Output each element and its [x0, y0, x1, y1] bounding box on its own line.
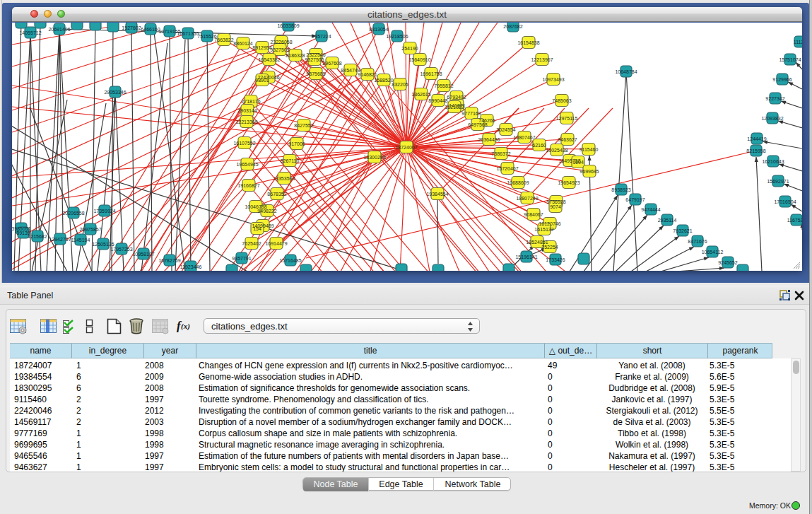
svg-text:14055712: 14055712	[19, 30, 41, 35]
svg-text:1733426: 1733426	[546, 257, 565, 262]
svg-text:7485063: 7485063	[552, 98, 571, 103]
svg-text:6793402: 6793402	[447, 95, 466, 100]
svg-text:7386372: 7386372	[491, 151, 510, 156]
svg-text:9474444: 9474444	[641, 207, 660, 212]
svg-text:154: 154	[253, 226, 261, 231]
svg-text:252254: 252254	[541, 245, 558, 250]
svg-text:9115460: 9115460	[579, 147, 599, 152]
svg-text:20206558: 20206558	[62, 211, 84, 216]
svg-text:6479197: 6479197	[625, 197, 645, 202]
svg-text:8860124: 8860124	[233, 41, 252, 46]
svg-text:8912954: 8912954	[252, 45, 271, 50]
svg-text:19166827: 19166827	[237, 183, 259, 188]
svg-text:20691406: 20691406	[48, 27, 70, 32]
svg-text:2718176: 2718176	[241, 99, 260, 104]
svg-text:9498222: 9498222	[257, 209, 276, 214]
svg-text:9245652: 9245652	[718, 260, 737, 265]
svg-text:19218506: 19218506	[386, 34, 408, 39]
svg-text:2967608: 2967608	[322, 61, 341, 66]
svg-text:9084067: 9084067	[524, 212, 543, 217]
svg-text:8215958: 8215958	[746, 148, 765, 153]
svg-text:2087682: 2087682	[503, 24, 522, 29]
svg-text:10648784: 10648784	[615, 69, 637, 74]
svg-text:254190: 254190	[401, 46, 418, 51]
svg-text:9129966: 9129966	[772, 77, 792, 82]
svg-text:12942757: 12942757	[49, 237, 71, 242]
svg-text:8186328: 8186328	[286, 53, 305, 58]
svg-text:8471676: 8471676	[688, 239, 707, 244]
svg-text:12093832: 12093832	[761, 116, 783, 121]
svg-text:9756928: 9756928	[546, 199, 565, 204]
svg-text:16782759: 16782759	[158, 258, 180, 263]
svg-text:62160: 62160	[532, 143, 546, 148]
svg-text:15716485: 15716485	[279, 258, 301, 263]
svg-text:16033809: 16033809	[277, 23, 299, 28]
svg-text:1615132: 1615132	[534, 227, 553, 232]
svg-text:9875685: 9875685	[306, 71, 325, 76]
svg-text:1527602: 1527602	[122, 25, 141, 30]
svg-text:15640910: 15640910	[408, 57, 430, 62]
svg-text:10654112: 10654112	[702, 250, 724, 255]
svg-text:15692971: 15692971	[767, 179, 789, 184]
svg-text:16961758: 16961758	[420, 71, 442, 76]
svg-text:6466160: 6466160	[141, 27, 160, 32]
svg-text:832205: 832205	[392, 82, 408, 87]
svg-text:16210643: 16210643	[762, 159, 784, 164]
svg-text:9857791: 9857791	[232, 256, 251, 261]
svg-text:7955812: 7955812	[434, 83, 453, 88]
svg-text:15751074: 15751074	[779, 57, 801, 62]
svg-text:1215682: 1215682	[28, 234, 47, 239]
svg-text:18524851: 18524851	[526, 240, 548, 245]
svg-text:9327503: 9327503	[270, 47, 289, 52]
svg-text:11353594: 11353594	[273, 176, 295, 181]
svg-text:8813054: 8813054	[369, 27, 388, 32]
svg-text:11923446: 11923446	[180, 264, 202, 269]
svg-text:29053346: 29053346	[104, 90, 126, 95]
svg-text:10973493: 10973493	[542, 77, 564, 82]
svg-text:16154838: 16154838	[517, 40, 539, 45]
svg-text:2935114: 2935114	[658, 218, 677, 223]
svg-text:8938923: 8938923	[611, 187, 630, 192]
svg-text:1588520: 1588520	[374, 78, 393, 83]
svg-text:12213369: 12213369	[235, 119, 257, 124]
svg-text:8427552: 8427552	[294, 123, 313, 128]
svg-text:1145194: 1145194	[71, 238, 90, 243]
svg-text:6497568: 6497568	[468, 122, 487, 127]
svg-text:9327505: 9327505	[305, 57, 324, 62]
svg-text:16671355: 16671355	[177, 31, 199, 36]
svg-text:18724007: 18724007	[395, 145, 417, 150]
svg-text:12213967: 12213967	[531, 57, 553, 62]
svg-text:7632621: 7632621	[673, 228, 692, 233]
svg-text:1621022: 1621022	[445, 105, 464, 110]
svg-text:7357224: 7357224	[312, 34, 331, 39]
svg-text:9146821: 9146821	[358, 72, 377, 77]
svg-text:16543382: 16543382	[258, 57, 280, 62]
svg-text:8990448: 8990448	[428, 98, 447, 103]
svg-text:1167533: 1167533	[787, 218, 802, 223]
svg-text:2903144: 2903144	[237, 108, 257, 113]
svg-text:917006: 917006	[288, 141, 305, 146]
svg-text:9777169: 9777169	[461, 111, 481, 116]
svg-text:17957253: 17957253	[110, 247, 132, 252]
svg-text:1604: 1604	[572, 160, 584, 165]
svg-text:12505135: 12505135	[92, 242, 114, 247]
svg-text:15720407: 15720407	[496, 166, 518, 171]
svg-text:16107552: 16107552	[233, 141, 255, 146]
svg-text:8267110: 8267110	[281, 158, 300, 163]
svg-text:20364436: 20364436	[478, 137, 500, 142]
svg-text:19654923: 19654923	[558, 180, 579, 185]
svg-text:10958107: 10958107	[132, 252, 154, 257]
svg-text:10807467: 10807467	[513, 135, 535, 140]
svg-text:3024554: 3024554	[496, 127, 515, 132]
svg-text:17016504: 17016504	[774, 199, 796, 204]
svg-text:7663822: 7663822	[214, 37, 233, 42]
svg-text:10688609: 10688609	[507, 180, 529, 185]
svg-text:16120746: 16120746	[539, 221, 560, 226]
svg-text:9074: 9074	[550, 204, 561, 209]
svg-text:9699695: 9699695	[579, 169, 599, 174]
svg-text:17359924: 17359924	[93, 209, 115, 214]
svg-text:2322546: 2322546	[306, 52, 325, 57]
svg-text:15196141: 15196141	[515, 255, 537, 259]
svg-text:98901: 98901	[255, 78, 269, 83]
svg-text:19654945: 19654945	[236, 162, 258, 167]
